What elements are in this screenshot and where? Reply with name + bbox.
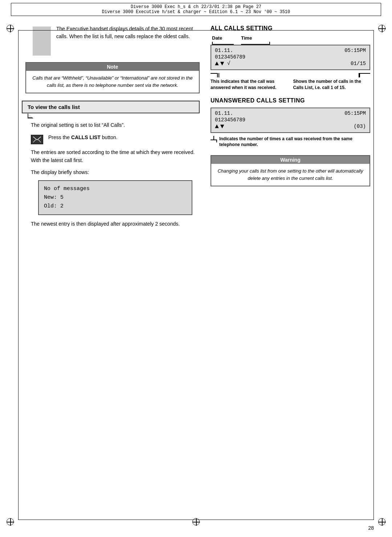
screen-mockup: No of messages New: 5 Old: 2 xyxy=(38,180,192,215)
unanswered-count: (03) xyxy=(354,124,366,129)
all-calls-row1: 01.11. 05:15PM xyxy=(215,48,366,53)
unanswered-display-box: 01.11. 05:15PM 0123456789 ▲ ▼ (03) xyxy=(211,108,370,133)
bracket-indicators xyxy=(211,42,370,45)
time-label: Time xyxy=(241,35,252,41)
annotation-answered-text: This indicates that the call was answere… xyxy=(211,78,288,91)
reg-mark-bottomcenter xyxy=(192,518,200,525)
annotation-count-line xyxy=(359,73,370,77)
unanswered-bracket-vert xyxy=(213,136,214,140)
screen-line2: New: 5 xyxy=(44,193,187,202)
v-line-left xyxy=(18,30,19,520)
all-calls-heading: ALL CALLS SETTING xyxy=(211,25,370,32)
header-text-line1: Diverse 3000 Exec h_s & ch 22/3/01 2:38 … xyxy=(131,4,261,9)
time-bracket xyxy=(241,42,270,45)
date-label: Date xyxy=(212,35,241,41)
all-calls-display-box: 01.11. 05:15PM 0123456789 ▲ ▼ √ 01/15 xyxy=(211,45,370,70)
unanswered-bracket-lines xyxy=(211,136,217,142)
annotation-answered-bracket xyxy=(211,73,288,77)
note-body-text: Calls that are “Withheld”, “Unavailable”… xyxy=(32,75,192,88)
header-line2: Diverse 3000 Executive h/set & charger ~… xyxy=(102,9,290,15)
annotation-bracket-vert xyxy=(219,73,219,77)
note-body: Calls that are “Withheld”, “Unavailable”… xyxy=(26,71,199,93)
original-setting-para: The original setting is set to list “All… xyxy=(31,121,200,129)
warning-header: Warning xyxy=(211,156,369,164)
to-view-heading: To view the calls list xyxy=(22,101,200,113)
unanswered-heading: UNANSWERED CALLS SETTING xyxy=(211,97,370,104)
page-header: Diverse 3000 Exec h_s & ch 22/3/01 2:38 … xyxy=(11,3,381,16)
press-callslist-text: Press the CALLS LIST button. xyxy=(48,134,118,142)
page-number: 28 xyxy=(368,525,374,531)
date-time-labels: Date Time xyxy=(211,35,370,41)
press-callslist-step: Press the CALLS LIST button. xyxy=(31,134,200,144)
annotation-count-text: Shows the number of calls in the Calls L… xyxy=(293,78,371,91)
to-view-heading-wrapper: To view the calls list xyxy=(22,101,200,113)
unanswered-annotation: Indicates the number of times a call was… xyxy=(211,136,370,148)
annotation-count-bracket xyxy=(293,73,371,77)
annotation-count: Shows the number of calls in the Calls L… xyxy=(293,73,371,91)
all-calls-row2: 0123456789 xyxy=(215,54,366,60)
unanswered-row3: ▲ ▼ (03) xyxy=(215,123,366,130)
call-count: 01/15 xyxy=(351,61,366,66)
reg-mark-bottomright xyxy=(378,518,385,525)
all-calls-annotations: This indicates that the call was answere… xyxy=(211,73,370,91)
warning-body-text: Changing your calls list from one settin… xyxy=(217,168,363,181)
all-calls-section: ALL CALLS SETTING Date Time 01.11. 05:15… xyxy=(211,25,370,91)
unanswered-annotation-text: Indicates the number of times a call was… xyxy=(219,136,370,148)
note-header: Note xyxy=(26,63,199,71)
all-calls-date: 01.11. xyxy=(215,48,233,53)
main-layout: The Executive handset displays details o… xyxy=(22,25,370,234)
annotation-answered: This indicates that the call was answere… xyxy=(211,73,288,91)
unanswered-time: 05:15PM xyxy=(344,110,366,116)
newest-entry-para: The newest entry is then displayed after… xyxy=(31,220,200,228)
unanswered-calls-section: UNANSWERED CALLS SETTING 01.11. 05:15PM … xyxy=(211,97,370,148)
right-column: ALL CALLS SETTING Date Time 01.11. 05:15… xyxy=(211,25,370,234)
display-briefly-para: The display briefly shows: xyxy=(31,169,200,177)
entries-sorted-para: The entries are sorted according to the … xyxy=(31,149,200,164)
intro-block: The Executive handset displays details o… xyxy=(33,25,200,56)
pointer-triangle-inner xyxy=(28,113,33,117)
date-bracket xyxy=(212,42,234,45)
header-text-line2: Diverse 3000 Executive h/set & charger ~… xyxy=(102,9,290,15)
checkmark: √ xyxy=(227,61,230,67)
page-wrapper: Diverse 3000 Exec h_s & ch 22/3/01 2:38 … xyxy=(0,3,392,537)
unanswered-down-arrow: ▼ xyxy=(220,123,224,130)
h-line-top xyxy=(18,30,374,31)
to-view-content: The original setting is set to list “All… xyxy=(22,121,200,228)
header-line1: Diverse 3000 Exec h_s & ch 22/3/01 2:38 … xyxy=(14,4,378,9)
reg-mark-bottomleft xyxy=(7,518,14,525)
warning-body: Changing your calls list from one settin… xyxy=(211,164,369,186)
all-calls-number: 0123456789 xyxy=(215,54,245,60)
to-view-heading-text: To view the calls list xyxy=(28,104,80,110)
all-calls-time: 05:15PM xyxy=(344,48,366,53)
unanswered-up-arrow: ▲ xyxy=(215,123,219,130)
intro-text: The Executive handset displays details o… xyxy=(56,25,200,56)
to-view-section: To view the calls list The original sett… xyxy=(22,101,200,228)
h-line-bottom xyxy=(18,520,374,520)
screen-line1: No of messages xyxy=(44,185,187,193)
up-arrow: ▲ xyxy=(215,60,219,67)
left-column: The Executive handset displays details o… xyxy=(22,25,200,234)
all-calls-row3: ▲ ▼ √ 01/15 xyxy=(215,60,366,67)
reg-mark-topright xyxy=(378,25,385,32)
unanswered-row2: 0123456789 xyxy=(215,117,366,123)
calls-list-bold: CALLS LIST xyxy=(71,134,101,140)
screen-line3: Old: 2 xyxy=(44,202,187,211)
reg-mark-topleft xyxy=(7,25,14,32)
annotation-bracket-line xyxy=(211,73,218,77)
envelope-svg xyxy=(33,137,41,142)
note-box: Note Calls that are “Withheld”, “Unavail… xyxy=(25,62,200,93)
down-arrow: ▼ xyxy=(220,60,224,67)
envelope-icon xyxy=(31,135,43,144)
unanswered-bracket-horiz xyxy=(211,140,217,142)
unanswered-date: 01.11. xyxy=(215,110,233,116)
unanswered-row1: 01.11. 05:15PM xyxy=(215,110,366,116)
unanswered-number: 0123456789 xyxy=(215,117,245,123)
v-line-right xyxy=(373,30,374,520)
decorative-gray-box xyxy=(33,27,51,56)
warning-box: Warning Changing your calls list from on… xyxy=(211,155,370,186)
